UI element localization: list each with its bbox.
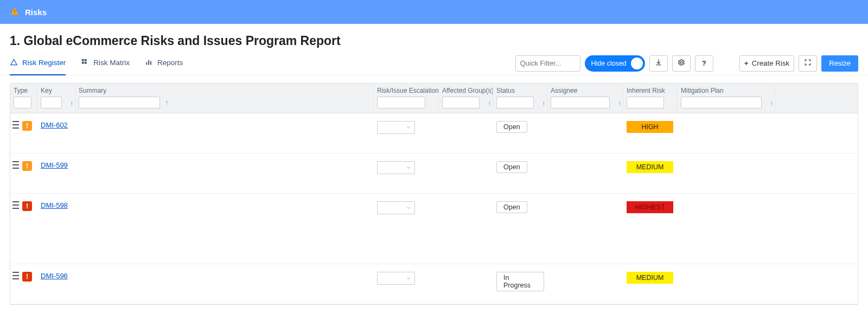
col-escalation[interactable]: Risk/Issue Escalation Level — [374, 84, 439, 113]
svg-rect-7 — [148, 60, 149, 65]
svg-rect-6 — [146, 62, 148, 65]
grid-icon — [81, 58, 89, 68]
drag-handle-icon[interactable] — [12, 201, 19, 209]
sort-arrow-icon[interactable]: ↑ — [488, 100, 491, 107]
inherent-risk-badge: MEDIUM — [627, 272, 673, 284]
tab-label: Risk Matrix — [93, 59, 130, 67]
issue-type-icon: ! — [22, 161, 32, 171]
page-banner: Risks — [0, 0, 868, 24]
sort-arrow-icon[interactable]: ↑ — [542, 100, 545, 107]
question-icon: ? — [702, 59, 706, 67]
issue-type-icon: ! — [22, 201, 32, 211]
filter-type[interactable] — [14, 97, 31, 108]
filter-affected[interactable] — [442, 97, 480, 108]
escalation-select[interactable] — [377, 272, 415, 285]
col-key[interactable]: Key ↑ — [37, 84, 75, 113]
escalation-select[interactable] — [377, 161, 415, 174]
sort-arrow-icon[interactable]: ↑ — [618, 100, 621, 107]
filter-key[interactable] — [41, 97, 62, 108]
tab-label: Reports — [157, 59, 183, 67]
affected-cell — [439, 160, 493, 162]
quick-filter-input[interactable] — [515, 55, 580, 72]
banner-title: Risks — [25, 8, 47, 17]
col-scroll-gutter — [775, 84, 797, 91]
col-type[interactable]: Type — [10, 84, 37, 113]
issue-key-link[interactable]: DMI-598 — [41, 201, 68, 209]
summary-cell — [75, 271, 374, 273]
create-risk-button[interactable]: + Create Risk — [739, 55, 794, 72]
col-affected[interactable]: Affected Group(s) ↑ — [439, 84, 493, 113]
grid-body: ! DMI-602 Open HIGH ! DMI-599 — [10, 113, 858, 304]
help-button[interactable]: ? — [695, 55, 713, 72]
chevron-down-icon — [406, 274, 411, 283]
filter-summary[interactable] — [79, 97, 160, 108]
triangle-warning-icon — [10, 58, 18, 68]
assignee-cell — [547, 200, 623, 202]
svg-rect-4 — [82, 61, 84, 63]
gutter-cell — [775, 160, 797, 162]
filter-assignee[interactable] — [551, 97, 610, 108]
expand-icon — [804, 59, 812, 68]
sort-arrow-icon[interactable]: ↑ — [70, 100, 73, 107]
svg-rect-3 — [85, 59, 87, 61]
status-badge[interactable]: Open — [496, 161, 527, 173]
table-row: ! DMI-602 Open HIGH — [10, 113, 858, 154]
summary-cell — [75, 160, 374, 162]
svg-rect-2 — [82, 59, 84, 61]
summary-cell — [75, 120, 374, 122]
svg-rect-5 — [85, 61, 87, 63]
tab-reports[interactable]: Reports — [145, 52, 183, 75]
tab-risk-matrix[interactable]: Risk Matrix — [81, 52, 130, 75]
escalation-select[interactable] — [377, 121, 415, 134]
drag-handle-icon[interactable] — [12, 121, 19, 129]
gutter-cell — [775, 200, 797, 202]
summary-cell — [75, 200, 374, 202]
status-badge[interactable]: Open — [496, 201, 527, 213]
mitigation-cell — [678, 160, 775, 162]
resize-button[interactable]: Resize — [821, 55, 858, 72]
svg-rect-0 — [14, 10, 15, 12]
col-status[interactable]: Status ↑ — [493, 84, 547, 113]
issue-key-link[interactable]: DMI-599 — [41, 161, 68, 169]
escalation-select[interactable] — [377, 201, 415, 214]
chevron-down-icon — [406, 124, 411, 132]
filter-mitigation[interactable] — [681, 97, 762, 108]
status-badge[interactable]: In Progress — [496, 272, 544, 291]
affected-cell — [439, 120, 493, 122]
toggle-label: Hide closed — [591, 60, 627, 67]
download-button[interactable] — [649, 55, 668, 72]
inherent-risk-badge: HIGHEST — [627, 201, 673, 213]
table-row: ! DMI-599 Open MEDIUM — [10, 154, 858, 194]
gutter-cell — [775, 271, 797, 273]
sort-arrow-icon[interactable]: ↑ — [165, 99, 168, 106]
col-mitigation[interactable]: Mitigation Plan ↑ — [678, 84, 775, 113]
plus-icon: + — [744, 59, 749, 67]
hide-closed-toggle[interactable]: Hide closed — [585, 55, 645, 72]
grid-header: Type Key ↑ Summary ↑ Risk/Issue Escalati… — [10, 84, 858, 113]
table-row: ! DMI-596 In Progress MEDIUM — [10, 264, 858, 304]
filter-escalation[interactable] — [377, 97, 425, 108]
col-summary[interactable]: Summary ↑ — [75, 84, 374, 113]
risk-grid: Type Key ↑ Summary ↑ Risk/Issue Escalati… — [10, 83, 858, 305]
mitigation-cell — [678, 200, 775, 202]
inherent-risk-badge: HIGH — [627, 121, 673, 133]
settings-button[interactable] — [672, 55, 691, 72]
assignee-cell — [547, 271, 623, 273]
toolbar: Risk Register Risk Matrix Reports Hide c… — [0, 52, 868, 75]
issue-key-link[interactable]: DMI-596 — [41, 272, 68, 280]
col-inherent[interactable]: Inherent Risk — [623, 84, 678, 113]
download-icon — [655, 59, 662, 68]
fullscreen-button[interactable] — [799, 55, 817, 72]
assignee-cell — [547, 120, 623, 122]
drag-handle-icon[interactable] — [12, 161, 19, 169]
filter-inherent[interactable] — [627, 97, 664, 108]
issue-key-link[interactable]: DMI-602 — [41, 121, 68, 129]
tab-risk-register[interactable]: Risk Register — [10, 52, 66, 75]
drag-handle-icon[interactable] — [12, 272, 19, 279]
gear-icon — [678, 59, 685, 68]
sort-arrow-icon[interactable]: ↑ — [770, 100, 773, 107]
filter-status[interactable] — [496, 97, 534, 108]
svg-rect-1 — [14, 13, 15, 14]
col-assignee[interactable]: Assignee ↑ — [547, 84, 623, 113]
status-badge[interactable]: Open — [496, 121, 527, 133]
